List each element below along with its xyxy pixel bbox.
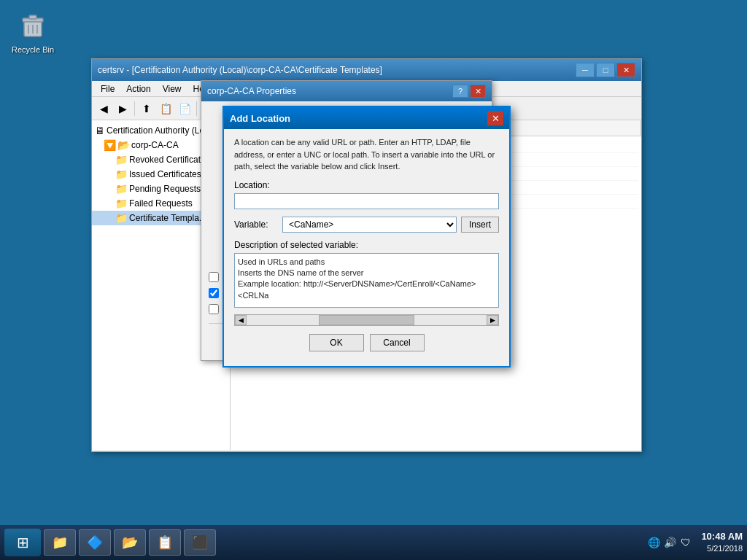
add-location-cancel-button[interactable]: Cancel [370, 334, 425, 351]
scrollbar-track[interactable] [247, 315, 487, 325]
tree-ca-icon: 🔽 [104, 139, 116, 151]
add-location-title: Add Location [230, 113, 290, 124]
location-input[interactable] [234, 193, 499, 209]
scrollbar-right-arrow[interactable]: ▶ [487, 315, 498, 325]
variable-select[interactable]: <CaName> <ServerDNSName> <CertEnroll> <C… [282, 217, 457, 233]
start-icon: ⊞ [17, 534, 29, 551]
tree-templates-icon: 📁 [115, 212, 128, 224]
taskbar-app-powershell[interactable]: 🔷 [79, 529, 111, 556]
start-button[interactable]: ⊞ [4, 529, 41, 556]
properties-help-button[interactable]: ? [452, 85, 468, 98]
certsrv-close-button[interactable]: ✕ [616, 63, 635, 77]
variable-description-text: Used in URLs and pathsInserts the DNS na… [238, 257, 495, 302]
menu-file[interactable]: File [95, 82, 120, 96]
certsrv-maximize-button[interactable]: □ [596, 63, 615, 77]
add-location-close-button[interactable]: ✕ [487, 111, 503, 125]
powershell-icon: 🔷 [87, 534, 103, 551]
tray-icons: 🌐 🔊 🛡 [647, 536, 692, 549]
toolbar-separator-1 [134, 101, 135, 116]
terminal-icon: ⬛ [192, 534, 208, 551]
taskbar-app-file-explorer[interactable]: 📁 [44, 529, 76, 556]
toolbar-back-button[interactable]: ◀ [95, 100, 112, 117]
add-location-description: A location can be any valid URL or path.… [234, 136, 499, 173]
toolbar-paste-button[interactable]: 📄 [176, 100, 193, 117]
system-tray: 🌐 🔊 🛡 10:48 AM 5/21/2018 [647, 530, 743, 555]
variable-row: Variable: <CaName> <ServerDNSName> <Cert… [234, 217, 499, 233]
tree-revoked-icon: 📁 [115, 154, 128, 166]
taskbar: ⊞ 📁 🔷 📂 📋 ⬛ 🌐 🔊 🛡 10:48 AM 5/21/2018 [0, 525, 747, 560]
tray-sound-icon[interactable]: 🔊 [663, 536, 676, 549]
props-checkbox-cdp[interactable] [209, 272, 219, 282]
tree-failed-label: Failed Requests [129, 198, 193, 209]
tree-root-label: Certification Authority (Loc... [107, 125, 216, 136]
toolbar-separator-2 [196, 101, 197, 116]
tree-issued-icon: 📁 [115, 168, 128, 180]
recycle-bin-icon[interactable]: Recycle Bin [7, 7, 58, 54]
tray-date-value: 5/21/2018 [701, 543, 743, 554]
certsrv-titlebar: certsrv - [Certification Authority (Loca… [92, 59, 641, 81]
file-explorer-icon: 📁 [52, 534, 68, 551]
add-location-buttons: OK Cancel [234, 334, 499, 359]
tree-failed-icon: 📁 [115, 198, 128, 209]
tree-revoked-label: Revoked Certificates [129, 155, 210, 165]
menu-view[interactable]: View [157, 82, 187, 96]
docs-icon: 📋 [157, 534, 173, 551]
desktop: Recycle Bin certsrv - [Certification Aut… [0, 0, 747, 525]
tray-time-value: 10:48 AM [701, 530, 743, 543]
properties-close-button[interactable]: ✕ [470, 85, 486, 98]
certsrv-minimize-button[interactable]: ─ [576, 63, 595, 77]
tree-ca-label: corp-CA-CA [131, 140, 179, 150]
tree-ca-folder-icon: 📂 [117, 139, 130, 151]
variable-label: Variable: [234, 219, 278, 230]
props-checkbox-delta[interactable] [209, 288, 219, 298]
toolbar-copy-button[interactable]: 📋 [157, 100, 174, 117]
tree-pending-icon: 📁 [115, 183, 128, 195]
tree-templates-label: Certificate Templa... [129, 213, 206, 223]
scrollbar-row: ◀ ▶ [234, 314, 499, 327]
recycle-bin-image [15, 7, 50, 42]
tray-network-icon[interactable]: 🌐 [647, 536, 660, 549]
tray-security-icon[interactable]: 🛡 [679, 536, 692, 549]
properties-titlebar: corp-CA-CA Properties ? ✕ [201, 81, 492, 101]
toolbar-forward-button[interactable]: ▶ [114, 100, 131, 117]
add-location-titlebar: Add Location ✕ [224, 107, 509, 129]
add-location-dialog: Add Location ✕ A location can be any val… [222, 106, 511, 368]
menu-action[interactable]: Action [120, 82, 156, 96]
variable-description-box: Used in URLs and pathsInserts the DNS na… [234, 253, 499, 308]
tree-pending-label: Pending Requests [129, 184, 201, 194]
horizontal-scrollbar[interactable]: ◀ ▶ [234, 314, 499, 326]
certsrv-win-controls: ─ □ ✕ [576, 63, 635, 77]
toolbar-up-button[interactable]: ⬆ [138, 100, 155, 117]
tray-time[interactable]: 10:48 AM 5/21/2018 [701, 530, 743, 555]
properties-controls: ? ✕ [452, 85, 486, 98]
props-checkbox-idp[interactable] [209, 304, 219, 314]
location-label: Location: [234, 180, 499, 190]
svg-rect-2 [29, 15, 36, 19]
recycle-bin-label: Recycle Bin [7, 45, 58, 54]
scrollbar-left-arrow[interactable]: ◀ [235, 315, 247, 325]
insert-button[interactable]: Insert [461, 217, 499, 233]
add-location-ok-button[interactable]: OK [309, 334, 364, 351]
tree-issued-label: Issued Certificates [129, 169, 201, 179]
add-location-body: A location can be any valid URL or path.… [224, 129, 509, 366]
explorer-icon: 📂 [122, 534, 138, 551]
desc-var-label: Description of selected variable: [234, 240, 499, 250]
taskbar-app-docs[interactable]: 📋 [149, 529, 181, 556]
scrollbar-thumb[interactable] [319, 315, 415, 325]
taskbar-app-explorer-2[interactable]: 📂 [114, 529, 146, 556]
properties-title: corp-CA-CA Properties [207, 86, 296, 96]
certsrv-title: certsrv - [Certification Authority (Loca… [98, 65, 382, 75]
taskbar-app-terminal[interactable]: ⬛ [184, 529, 216, 556]
tree-root-icon: 🖥 [95, 125, 105, 136]
